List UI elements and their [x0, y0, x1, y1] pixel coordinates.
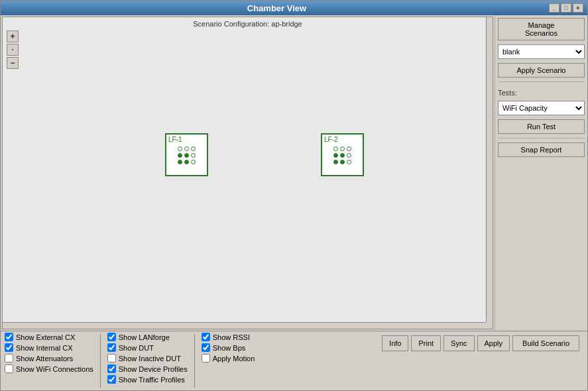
checkbox-show-traffic-profiles: Show Traffic Profiles	[107, 375, 188, 384]
checkbox-show-inactive-dut: Show Inactive DUT	[107, 354, 188, 363]
scenario-dropdown-row: blank	[498, 44, 585, 59]
minimize-button[interactable]: _	[549, 3, 559, 13]
separator2	[498, 138, 585, 139]
dot	[178, 160, 182, 164]
right-panel: Manage Scenarios blank Apply Scenario Te…	[495, 15, 587, 331]
canvas-container: Scenario Configuration: ap-bridge + · − …	[2, 17, 493, 329]
run-test-button[interactable]: Run Test	[498, 119, 585, 134]
scenario-label: Scenario Configuration: ap-bridge	[193, 20, 302, 28]
dot	[333, 160, 338, 164]
show-internal-cx-label: Show Internal CX	[16, 344, 73, 352]
apply-motion-label: Apply Motion	[213, 355, 255, 363]
window-title: Chamber View	[5, 3, 549, 13]
main-content: Scenario Configuration: ap-bridge + · − …	[1, 15, 587, 331]
horizontal-scrollbar[interactable]	[3, 322, 486, 329]
show-dut-label: Show DUT	[119, 344, 154, 352]
zoom-controls: + · −	[7, 30, 19, 69]
divider1	[100, 334, 101, 388]
show-traffic-profiles-checkbox[interactable]	[107, 375, 116, 384]
sync-button[interactable]: Sync	[443, 335, 474, 351]
device-lf2-label: LF-2	[322, 135, 338, 144]
bottom-col2: Show LANforge Show DUT Show Inactive DUT…	[107, 333, 188, 384]
separator	[498, 82, 585, 82]
device-lf2[interactable]: LF-2	[321, 133, 364, 176]
left-panel: Scenario Configuration: ap-bridge + · − …	[1, 15, 495, 331]
show-rssi-checkbox[interactable]	[202, 333, 210, 341]
zoom-out-button[interactable]: −	[7, 57, 19, 69]
dot	[184, 160, 189, 164]
maximize-button[interactable]: □	[561, 3, 571, 13]
dot	[191, 160, 196, 164]
dot	[333, 153, 338, 158]
checkbox-show-external-cx: Show External CX	[5, 333, 93, 341]
bottom-bar: Show External CX Show Internal CX Show A…	[1, 331, 587, 390]
show-bps-checkbox[interactable]	[202, 343, 210, 352]
dot	[184, 153, 189, 158]
print-button[interactable]: Print	[411, 335, 441, 351]
checkbox-show-bps: Show Bps	[202, 343, 255, 352]
show-wifi-connections-checkbox[interactable]	[5, 364, 13, 373]
checkbox-show-lanforge: Show LANforge	[107, 333, 188, 341]
show-traffic-profiles-label: Show Traffic Profiles	[119, 376, 185, 384]
show-external-cx-checkbox[interactable]	[5, 333, 13, 341]
manage-scenarios-button[interactable]: Manage Scenarios	[498, 18, 585, 40]
show-attenuators-checkbox[interactable]	[5, 354, 13, 363]
divider2	[194, 334, 195, 388]
checkbox-show-rssi: Show RSSI	[202, 333, 255, 341]
dot	[178, 153, 182, 158]
scenario-dropdown[interactable]: blank	[498, 44, 585, 59]
dot	[191, 153, 196, 158]
zoom-reset-button[interactable]: ·	[7, 44, 19, 56]
close-button[interactable]: ×	[573, 3, 583, 13]
bottom-buttons: Info Print Sync Apply Build Scenario	[378, 333, 583, 354]
title-bar: Chamber View _ □ ×	[1, 1, 587, 15]
apply-motion-checkbox[interactable]	[202, 354, 210, 363]
show-lanforge-label: Show LANforge	[119, 333, 170, 341]
show-lanforge-checkbox[interactable]	[107, 333, 116, 341]
test-dropdown[interactable]: WiFi Capacity	[498, 101, 585, 115]
show-bps-label: Show Bps	[213, 344, 246, 352]
info-button[interactable]: Info	[382, 335, 408, 351]
scrollbar-corner	[486, 322, 493, 329]
test-dropdown-row: WiFi Capacity	[498, 101, 585, 115]
show-device-profiles-label: Show Device Profiles	[119, 365, 188, 373]
show-internal-cx-checkbox[interactable]	[5, 343, 13, 352]
device-lf1-label: LF-1	[166, 135, 182, 144]
window-controls: _ □ ×	[549, 3, 583, 13]
dot	[333, 146, 338, 151]
show-dut-checkbox[interactable]	[107, 343, 116, 352]
show-inactive-dut-checkbox[interactable]	[107, 354, 116, 363]
device-lf1-dots	[178, 146, 196, 165]
show-wifi-connections-label: Show WiFi Connections	[16, 365, 93, 373]
dot	[178, 146, 182, 151]
checkbox-show-wifi-connections: Show WiFi Connections	[5, 364, 93, 373]
device-lf1[interactable]: LF-1	[165, 133, 208, 176]
show-inactive-dut-label: Show Inactive DUT	[119, 355, 181, 363]
show-attenuators-label: Show Attenuators	[16, 355, 73, 363]
apply-scenario-button[interactable]: Apply Scenario	[498, 63, 585, 78]
build-scenario-button[interactable]: Build Scenario	[512, 335, 579, 351]
checkbox-show-attenuators: Show Attenuators	[5, 354, 93, 363]
checkbox-show-dut: Show DUT	[107, 343, 188, 352]
dot	[340, 160, 345, 164]
zoom-in-button[interactable]: +	[7, 30, 19, 42]
tests-label: Tests:	[498, 89, 585, 97]
show-device-profiles-checkbox[interactable]	[107, 364, 116, 373]
dot	[191, 146, 196, 151]
dot	[347, 160, 351, 164]
vertical-scrollbar[interactable]	[486, 17, 493, 322]
apply-button[interactable]: Apply	[477, 335, 510, 351]
dot	[347, 146, 351, 151]
bottom-col3: Show RSSI Show Bps Apply Motion	[202, 333, 255, 363]
bottom-main: Show External CX Show Internal CX Show A…	[1, 331, 587, 390]
dot	[347, 153, 351, 158]
checkbox-show-internal-cx: Show Internal CX	[5, 343, 93, 352]
checkbox-apply-motion: Apply Motion	[202, 354, 255, 363]
device-lf2-dots	[333, 146, 352, 165]
dot	[340, 153, 345, 158]
dot	[184, 146, 189, 151]
snap-report-button[interactable]: Snap Report	[498, 142, 585, 157]
dot	[340, 146, 345, 151]
checkbox-show-device-profiles: Show Device Profiles	[107, 364, 188, 373]
main-window: Chamber View _ □ × Scenario Configuratio…	[0, 0, 588, 391]
